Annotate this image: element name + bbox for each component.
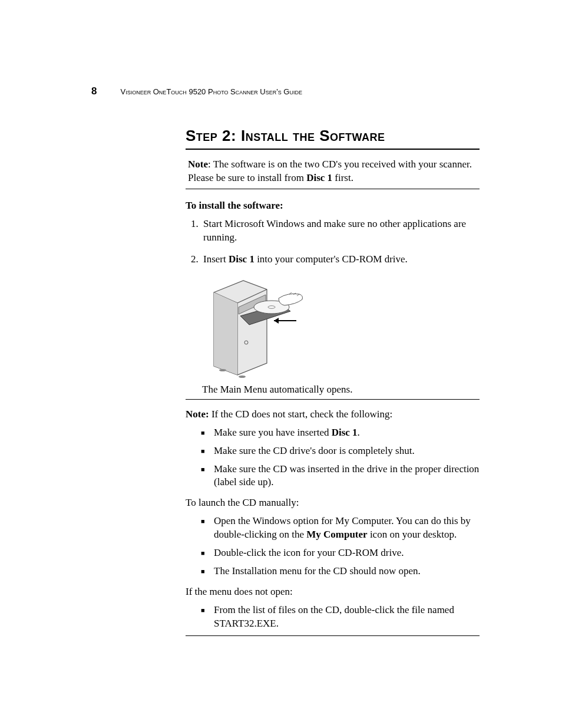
launch-item-3: The Installation menu for the CD should … [211, 565, 480, 578]
launch-item-1-suffix: icon on your desktop. [368, 529, 457, 540]
svg-point-5 [239, 375, 246, 378]
note-bold: Disc 1 [306, 172, 332, 183]
step-2-bold: Disc 1 [229, 253, 254, 265]
launch-item-1-bold: My Computer [306, 529, 367, 540]
check-item-1: Make sure you have inserted Disc 1. [211, 426, 480, 440]
check-item-2: Make sure the CD drive's door is complet… [211, 444, 480, 458]
note-2-label: Note: [186, 409, 209, 420]
launch-item-2: Double-click the icon for your CD-ROM dr… [211, 546, 480, 560]
check-item-1-suffix: . [358, 427, 360, 438]
insert-disc-illustration [202, 275, 308, 378]
launch-item-1: Open the Windows option for My Computer.… [211, 515, 480, 542]
note-text-2: first. [332, 172, 353, 183]
install-steps: Start Microsoft Windows and make sure no… [186, 218, 480, 266]
check-item-1-prefix: Make sure you have inserted [214, 427, 332, 438]
step-2-suffix: into your computer's CD-ROM drive. [254, 253, 408, 265]
launch-heading: To launch the CD manually: [186, 496, 480, 510]
svg-point-1 [268, 305, 275, 308]
section-rule-1 [186, 399, 480, 400]
note-rule [186, 189, 480, 189]
fallback-list: From the list of files on the CD, double… [186, 604, 480, 631]
launch-list: Open the Windows option for My Computer.… [186, 515, 480, 578]
fallback-item-1: From the list of files on the CD, double… [211, 604, 480, 631]
check-item-3: Make sure the CD was inserted in the dri… [211, 463, 480, 490]
svg-point-4 [219, 369, 226, 371]
running-head: Visioneer OneTouch 9520 Photo Scanner Us… [120, 87, 302, 96]
step-2: Insert Disc 1 into your computer's CD-RO… [201, 253, 480, 266]
note-2-text: If the CD does not start, check the foll… [209, 409, 393, 420]
step-2-prefix: Insert [203, 253, 229, 265]
note-label: Note [188, 159, 208, 170]
note-2: Note: If the CD does not start, check th… [186, 408, 480, 421]
after-illustration-text: The Main Menu automatically opens. [202, 384, 480, 396]
page-number: 8 [91, 85, 97, 97]
check-list: Make sure you have inserted Disc 1. Make… [186, 426, 480, 490]
heading-rule [186, 149, 480, 150]
page-header: 8 Visioneer OneTouch 9520 Photo Scanner … [91, 85, 480, 97]
section-rule-2 [186, 635, 480, 636]
note-box: Note: The software is on the two CD's yo… [186, 158, 480, 185]
section-heading: Step 2: Install the Software [186, 127, 480, 145]
fallback-heading: If the menu does not open: [186, 585, 480, 599]
install-subhead: To install the software: [186, 200, 480, 212]
step-1: Start Microsoft Windows and make sure no… [201, 218, 480, 245]
check-item-1-bold: Disc 1 [332, 427, 358, 438]
